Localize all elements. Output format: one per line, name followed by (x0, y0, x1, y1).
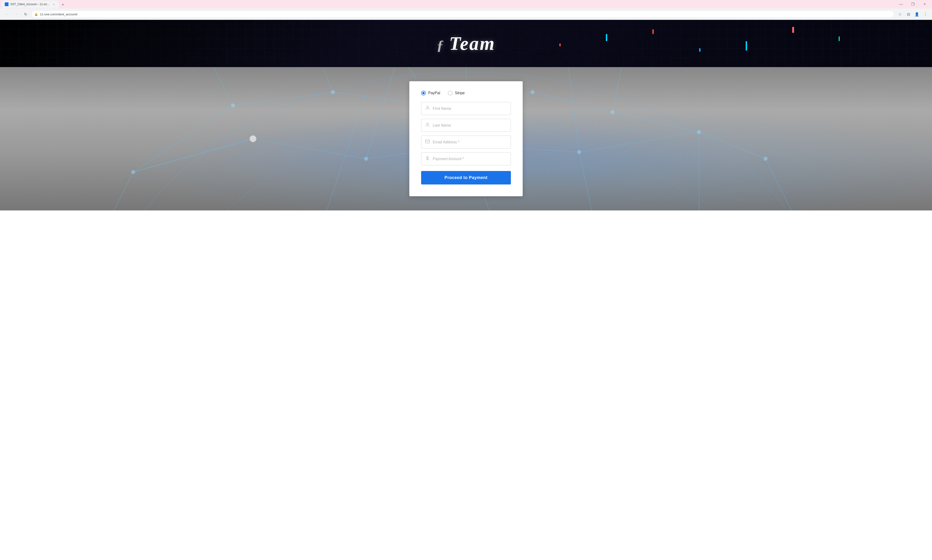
security-icon: 🔒 (34, 12, 38, 16)
last-name-field (421, 119, 511, 132)
maximize-button[interactable]: ❐ (907, 0, 918, 8)
svg-point-52 (131, 170, 135, 174)
forward-button[interactable]: → (12, 11, 20, 18)
tab-favicon (5, 2, 9, 6)
svg-point-54 (364, 157, 368, 161)
svg-point-73 (427, 106, 428, 108)
last-name-input[interactable] (433, 123, 507, 128)
svg-rect-75 (426, 140, 430, 143)
payment-amount-input[interactable] (433, 157, 507, 161)
refresh-button[interactable]: ↻ (22, 11, 29, 18)
svg-point-48 (331, 90, 335, 94)
payment-form: PayPal Stripe (409, 81, 523, 196)
dollar-icon (425, 156, 430, 162)
svg-line-36 (612, 112, 699, 132)
svg-line-24 (100, 172, 133, 211)
proceed-to-payment-button[interactable]: Proceed to Payment (421, 171, 511, 185)
stripe-label: Stripe (455, 91, 465, 95)
logo-prefix: ƒ (437, 37, 449, 53)
svg-line-7 (233, 92, 333, 105)
new-tab-button[interactable]: + (60, 2, 66, 8)
stripe-radio[interactable] (448, 91, 452, 95)
first-name-field (421, 102, 511, 115)
toolbar-icons: ☆ ⊟ 👤 ⋮ (896, 11, 929, 18)
svg-point-74 (427, 123, 428, 125)
person-icon-2 (425, 122, 430, 128)
svg-line-10 (533, 92, 612, 112)
email-input[interactable] (433, 140, 507, 144)
address-bar-row: ← → ↻ 🔒 11-one.com/client_account/ ☆ ⊟ 👤… (0, 9, 932, 20)
sidebar-button[interactable]: ⊟ (904, 11, 912, 18)
browser-chrome: SST_Client_Account – 11-one.c... × + — ❐… (0, 0, 932, 20)
svg-line-34 (133, 106, 233, 172)
back-button[interactable]: ← (3, 11, 11, 18)
svg-point-72 (533, 172, 932, 211)
svg-point-58 (764, 157, 767, 161)
address-bar[interactable]: 🔒 11-one.com/client_account/ (31, 11, 894, 18)
window-controls: — ❐ × (896, 0, 930, 8)
header-banner: ƒ Team (0, 20, 932, 67)
minimize-button[interactable]: — (896, 0, 906, 8)
svg-point-57 (697, 130, 701, 134)
svg-line-22 (612, 67, 632, 112)
email-icon (425, 139, 430, 145)
tab-title: SST_Client_Account – 11-one.c... (11, 3, 50, 6)
svg-point-56 (577, 150, 581, 154)
svg-line-18 (300, 67, 333, 92)
payment-methods: PayPal Stripe (421, 91, 511, 95)
email-field (421, 135, 511, 149)
payment-amount-field (421, 152, 511, 165)
person-icon (425, 106, 430, 111)
url-text: 11-one.com/client_account/ (40, 12, 77, 16)
page-content: ƒ Team (0, 20, 932, 211)
svg-line-38 (366, 67, 399, 159)
svg-point-47 (231, 103, 235, 108)
logo-title: ƒ Team (437, 33, 495, 54)
first-name-input[interactable] (433, 106, 507, 111)
svg-line-12 (253, 139, 366, 159)
main-background: PayPal Stripe (0, 67, 932, 211)
browser-tab[interactable]: SST_Client_Account – 11-one.c... × (2, 0, 58, 8)
svg-line-15 (579, 132, 699, 152)
paypal-label: PayPal (428, 91, 440, 95)
svg-point-69 (250, 135, 256, 142)
svg-line-35 (320, 92, 366, 211)
svg-line-16 (699, 132, 766, 159)
logo-main-text: Team (449, 33, 495, 54)
svg-line-23 (133, 139, 253, 172)
stripe-option[interactable]: Stripe (448, 91, 465, 95)
profile-button[interactable]: 👤 (913, 11, 921, 18)
svg-line-40 (579, 152, 599, 211)
menu-button[interactable]: ⋮ (921, 11, 929, 18)
svg-point-51 (611, 110, 615, 114)
header-logo: ƒ Team (437, 33, 495, 54)
bookmark-button[interactable]: ☆ (896, 11, 904, 18)
paypal-radio[interactable] (421, 91, 426, 95)
svg-point-50 (531, 90, 535, 94)
svg-line-17 (200, 67, 233, 106)
tab-close-button[interactable]: × (52, 2, 56, 6)
close-button[interactable]: × (919, 0, 930, 8)
paypal-option[interactable]: PayPal (421, 91, 440, 95)
